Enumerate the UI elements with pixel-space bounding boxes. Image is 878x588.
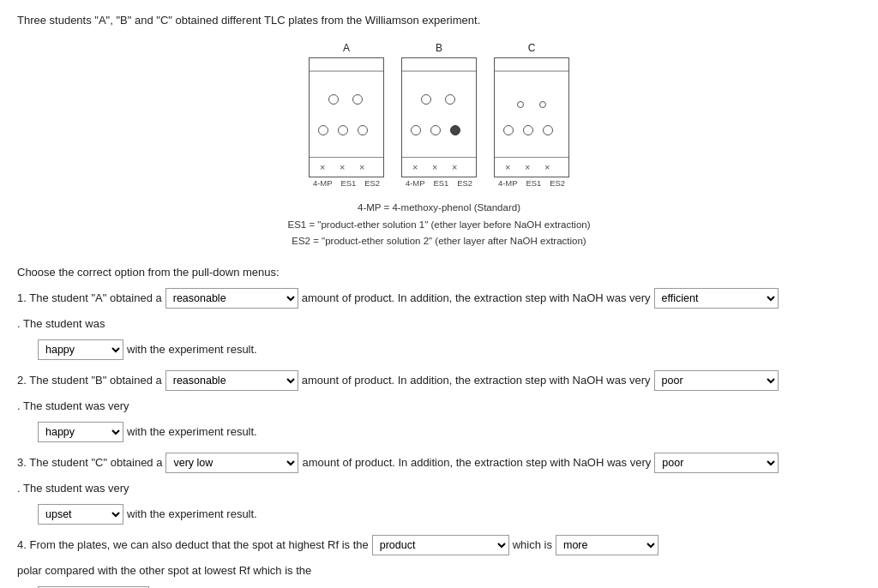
q3-sel2[interactable]: efficient poor [654, 453, 779, 473]
q1-suffix: . The student was [17, 313, 105, 335]
q3-suffix2: with the experiment result. [127, 503, 257, 525]
q1-prefix: 1. The student "A" obtained a [17, 287, 162, 309]
plate-b-wrap: B × × × 4-MPES1ES2 [401, 42, 477, 188]
plate-c-label: C [528, 42, 536, 54]
q2-prefix: 2. The student "B" obtained a [17, 369, 162, 392]
q3-row2: happy upset with the experiment result. [38, 503, 861, 525]
plate-b: × × × [401, 57, 477, 177]
plate-b-label: B [436, 42, 442, 54]
tlc-plates-container: A × × × 4-MPES1ES2 B [17, 42, 861, 188]
q1-mid: amount of product. In addition, the extr… [302, 287, 651, 309]
q1-sel2[interactable]: efficient poor [654, 288, 779, 309]
plate-a-label: A [343, 42, 350, 54]
q1-row1: 1. The student "A" obtained a reasonable… [17, 287, 861, 335]
q2-sel1[interactable]: reasonable very low very high [165, 370, 298, 391]
plate-c: × × × [494, 57, 569, 177]
question-2: 2. The student "B" obtained a reasonable… [17, 369, 861, 443]
q1-sel3[interactable]: happy upset [38, 339, 123, 360]
legend-line3: ES2 = "product-ether solution 2" (ether … [17, 233, 861, 250]
q2-suffix2: with the experiment result. [127, 421, 257, 443]
question-4: 4. From the plates, we can also deduct t… [17, 534, 861, 588]
q3-prefix: 3. The student "C" obtained a [17, 452, 162, 474]
q1-sel1[interactable]: reasonable very low very high [165, 288, 298, 309]
legend-line1: 4-MP = 4-methoxy-phenol (Standard) [17, 200, 861, 217]
q4-row2: starting material product . [38, 585, 861, 588]
q2-row2: happy upset with the experiment result. [38, 421, 861, 443]
question-1: 1. The student "A" obtained a reasonable… [17, 287, 861, 361]
q4-sel1[interactable]: product starting material [372, 535, 509, 555]
q3-mid: amount of product. In addition, the extr… [302, 452, 651, 474]
legend: 4-MP = 4-methoxy-phenol (Standard) ES1 =… [17, 200, 861, 250]
plate-a: × × × [309, 57, 384, 177]
question-3: 3. The student "C" obtained a reasonable… [17, 452, 861, 525]
q4-sel2[interactable]: more less [556, 535, 658, 555]
legend-line2: ES1 = "product-ether solution 1" (ether … [17, 217, 861, 234]
intro-text: Three students "A", "B" and "C" obtained… [17, 14, 861, 27]
q4-row1: 4. From the plates, we can also deduct t… [17, 534, 861, 582]
q2-sel3[interactable]: happy upset [38, 422, 123, 442]
q4-mid1: which is [513, 534, 552, 556]
instructions-text: Choose the correct option from the pull-… [17, 266, 861, 279]
q3-sel3[interactable]: happy upset [38, 504, 123, 525]
q3-sel1[interactable]: reasonable very low very high [165, 453, 298, 473]
plate-b-labels: 4-MPES1ES2 [401, 178, 477, 188]
q1-suffix2: with the experiment result. [127, 339, 257, 361]
plate-c-labels: 4-MPES1ES2 [494, 178, 569, 188]
q3-row1: 3. The student "C" obtained a reasonable… [17, 452, 861, 500]
q3-suffix: . The student was very [17, 477, 129, 500]
plate-a-labels: 4-MPES1ES2 [309, 178, 384, 188]
q2-suffix: . The student was very [17, 395, 129, 417]
q4-mid2: polar compared with the other spot at lo… [17, 560, 311, 582]
q4-prefix: 4. From the plates, we can also deduct t… [17, 534, 369, 556]
q4-suffix: . [153, 585, 156, 588]
plate-a-wrap: A × × × 4-MPES1ES2 [309, 42, 384, 188]
q1-row2: happy upset with the experiment result. [38, 339, 861, 361]
q2-mid: amount of product. In addition, the extr… [302, 369, 651, 392]
plate-c-wrap: C × × × 4-MPES1ES2 [494, 42, 569, 188]
q2-row1: 2. The student "B" obtained a reasonable… [17, 369, 861, 417]
q2-sel2[interactable]: efficient poor [654, 370, 779, 391]
